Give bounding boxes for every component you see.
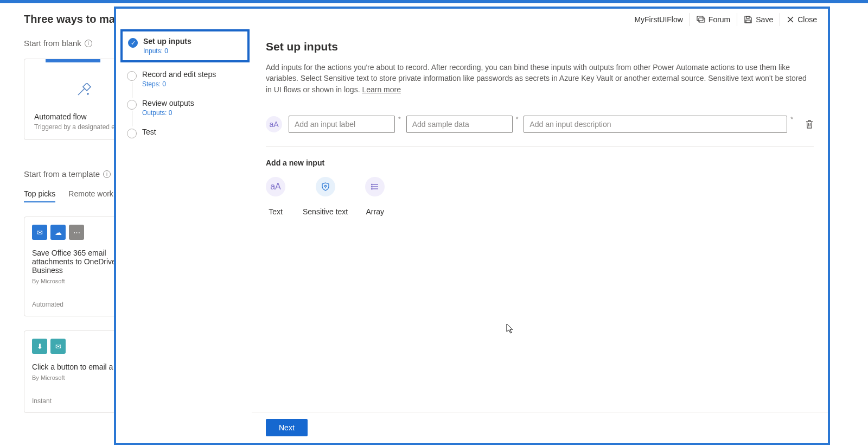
add-array-input[interactable]: Array bbox=[365, 177, 385, 216]
input-definition-row: aA * * * bbox=[266, 116, 814, 147]
step-bullet-icon bbox=[127, 129, 137, 138]
forum-icon bbox=[697, 15, 705, 24]
onedrive-icon: ☁ bbox=[50, 225, 66, 240]
forum-button[interactable]: Forum bbox=[690, 13, 737, 26]
flow-name: MyFirstUIFlow bbox=[628, 13, 689, 26]
save-icon bbox=[744, 15, 752, 24]
svg-point-16 bbox=[372, 186, 373, 187]
trash-icon bbox=[805, 119, 814, 129]
wizard-steps: ✓ Set up inputs Inputs: 0 Record and edi… bbox=[116, 30, 252, 443]
svg-rect-6 bbox=[746, 16, 749, 18]
step-test[interactable]: Test bbox=[122, 122, 252, 144]
sample-data-field[interactable] bbox=[406, 116, 513, 133]
dialog-header: MyFirstUIFlow Forum Save Close bbox=[116, 9, 828, 30]
close-icon bbox=[787, 16, 794, 23]
required-indicator: * bbox=[398, 116, 401, 123]
button-icon: ⬇ bbox=[32, 339, 47, 354]
step-bullet-icon bbox=[127, 100, 137, 110]
close-button[interactable]: Close bbox=[780, 13, 824, 26]
page-title: Set up inputs bbox=[266, 40, 814, 53]
required-indicator: * bbox=[790, 116, 793, 123]
save-button[interactable]: Save bbox=[737, 13, 780, 26]
step-meta: Inputs: 0 bbox=[143, 47, 192, 55]
add-text-input[interactable]: aA Text bbox=[266, 177, 285, 216]
info-icon: i bbox=[85, 40, 92, 47]
step-bullet-done-icon: ✓ bbox=[128, 38, 138, 48]
learn-more-link[interactable]: Learn more bbox=[362, 85, 401, 94]
info-icon: i bbox=[103, 170, 111, 178]
list-icon bbox=[365, 177, 385, 196]
svg-rect-4 bbox=[699, 18, 705, 22]
step-meta: Steps: 0 bbox=[142, 80, 216, 88]
dialog-footer: Next bbox=[252, 412, 828, 443]
svg-point-15 bbox=[372, 184, 373, 185]
svg-rect-5 bbox=[746, 20, 750, 23]
page-description: Add inputs for the actions you're about … bbox=[266, 62, 814, 95]
text-icon: aA bbox=[266, 177, 285, 196]
input-type-picker: aA Text Sensitive text Array bbox=[266, 177, 814, 216]
svg-point-11 bbox=[324, 185, 326, 187]
step-set-up-inputs[interactable]: ✓ Set up inputs Inputs: 0 bbox=[120, 29, 250, 62]
step-label: Record and edit steps bbox=[142, 70, 216, 79]
step-label: Test bbox=[142, 128, 156, 136]
input-description-field[interactable] bbox=[524, 116, 787, 133]
shield-icon bbox=[316, 177, 335, 196]
add-new-input-label: Add a new input bbox=[266, 158, 814, 167]
add-sensitive-text-input[interactable]: Sensitive text bbox=[303, 177, 348, 216]
step-bullet-icon bbox=[127, 71, 137, 81]
svg-rect-3 bbox=[697, 16, 703, 21]
mail-icon: ✉ bbox=[50, 339, 66, 354]
step-label: Set up inputs bbox=[143, 37, 192, 46]
step-review-outputs[interactable]: Review outputs Outputs: 0 bbox=[122, 93, 252, 122]
svg-point-17 bbox=[372, 188, 373, 189]
more-icon: ⋯ bbox=[69, 225, 84, 240]
input-label-field[interactable] bbox=[289, 116, 395, 133]
step-label: Review outputs bbox=[142, 99, 194, 107]
delete-input-button[interactable] bbox=[805, 119, 814, 129]
outlook-icon: ✉ bbox=[32, 225, 47, 240]
step-record-edit[interactable]: Record and edit steps Steps: 0 bbox=[122, 65, 252, 93]
ui-flow-dialog: MyFirstUIFlow Forum Save Close ✓ Set up … bbox=[114, 7, 830, 445]
tab-remote-work[interactable]: Remote work bbox=[68, 189, 113, 202]
next-button[interactable]: Next bbox=[266, 419, 308, 436]
required-indicator: * bbox=[516, 116, 519, 123]
step-meta: Outputs: 0 bbox=[142, 109, 194, 117]
tab-top-picks[interactable]: Top picks bbox=[24, 189, 55, 202]
text-type-icon: aA bbox=[266, 116, 282, 132]
